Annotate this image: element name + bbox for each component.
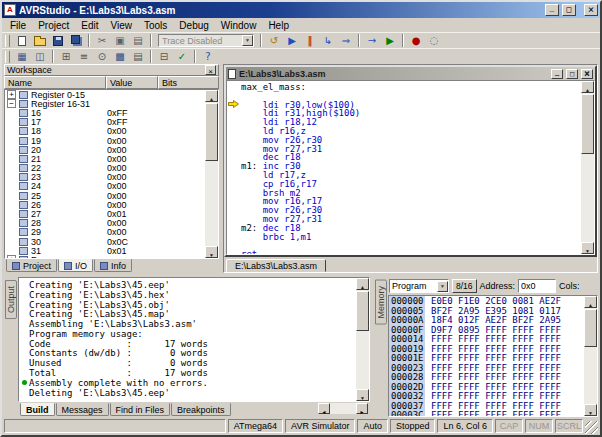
scroll-down-icon[interactable] — [356, 389, 369, 401]
menu-item-view[interactable]: View — [104, 19, 138, 32]
menu-item-window[interactable]: Window — [215, 19, 263, 32]
memory-row[interactable]: 000014FFFF FFFF FFFF FFFF FFFF — [389, 334, 584, 344]
scrollbar-thumb[interactable] — [581, 94, 594, 154]
memory-row[interactable]: 000032FFFF FFFF FFFF FFFF FFFF — [389, 391, 584, 401]
memory-row[interactable]: 00003CFFFF FFFF FFFF FFFF FFFF — [389, 410, 584, 416]
memory-row[interactable]: 000037FFFF FFFF FFFF FFFF FFFF — [389, 401, 584, 411]
memory-row[interactable]: 000023FFFF FFFF FFFF FFFF FFFF — [389, 363, 584, 373]
output-tab-messages[interactable]: Messages — [56, 403, 109, 416]
scroll-left-icon[interactable] — [318, 403, 330, 414]
memory-row[interactable]: 000000E0E0 F1E0 2CE0 0081 AE2F — [389, 296, 584, 306]
workspace-tab-project[interactable]: Project — [6, 259, 57, 272]
trace-mode-select[interactable]: Trace Disabled — [158, 34, 254, 47]
column-header-bits[interactable]: Bits — [158, 76, 219, 89]
menu-item-edit[interactable]: Edit — [75, 19, 104, 32]
output-tab-breakpoints[interactable]: Breakpoints — [171, 403, 231, 416]
memory-row[interactable]: 000019FFFF FFFF FFFF FFFF FFFF — [389, 344, 584, 354]
title-bar[interactable]: AVRStudio - E:\Labs3\Labs3.asm — [2, 2, 600, 18]
toolbar-button[interactable]: ↳ — [319, 34, 337, 48]
menu-item-file[interactable]: File — [4, 19, 32, 32]
toolbar-button[interactable]: ▣ — [111, 34, 129, 48]
resize-grip[interactable] — [585, 421, 598, 434]
workspace-tab-io[interactable]: I/O — [58, 259, 93, 272]
toolbar-button[interactable]: ≡ — [75, 50, 93, 64]
code-editor[interactable]: max_el_mass: ldi r30,low($100) ldi r31,h… — [227, 81, 581, 254]
toolbar-button[interactable]: ⊞ — [57, 50, 75, 64]
workspace-scrollbar[interactable] — [205, 90, 218, 258]
toolbar-button[interactable] — [67, 34, 85, 48]
toolbar-button[interactable]: → — [363, 34, 381, 48]
scroll-up-icon[interactable] — [584, 296, 597, 308]
toolbar-button[interactable]: ● — [407, 34, 425, 48]
toolbar-button[interactable] — [49, 34, 67, 48]
toolbar-button[interactable]: ? — [199, 50, 217, 64]
output-side-tab[interactable]: Output — [5, 280, 17, 319]
tree-group-row[interactable]: +Processor — [5, 255, 205, 258]
close-icon[interactable] — [584, 4, 598, 16]
workspace-tab-info[interactable]: Info — [94, 259, 132, 272]
toolbar-button[interactable] — [31, 34, 49, 48]
toolbar-button[interactable]: ⊟ — [155, 50, 173, 64]
toolbar-button[interactable]: ▤ — [129, 50, 147, 64]
scrollbar-thumb[interactable] — [356, 291, 369, 331]
editor-title-bar[interactable]: E:\Labs3\Labs3.asm — [226, 67, 595, 80]
collapse-icon[interactable]: − — [7, 99, 16, 108]
toolbar-button[interactable]: ▩ — [111, 50, 129, 64]
menu-item-help[interactable]: Help — [262, 19, 295, 32]
scrollbar-track[interactable] — [330, 403, 356, 414]
toolbar-button[interactable]: ↺ — [265, 34, 283, 48]
scroll-down-icon[interactable] — [581, 242, 594, 254]
toolbar-button[interactable]: ✂ — [93, 34, 111, 48]
memory-row[interactable]: 000005BF2F 2A95 E395 1081 0117 — [389, 306, 584, 316]
menu-item-debug[interactable]: Debug — [173, 19, 214, 32]
toolbar-button[interactable]: ▶ — [381, 34, 399, 48]
document-tab[interactable]: E:\Labs3\Labs3.asm — [226, 259, 326, 272]
memory-row[interactable]: 00001EFFFF FFFF FFFF FFFF FFFF — [389, 353, 584, 363]
menu-item-tools[interactable]: Tools — [138, 19, 173, 32]
scroll-up-icon[interactable] — [356, 278, 369, 290]
workspace-title-bar[interactable]: Workspace — [4, 64, 219, 76]
expand-icon[interactable]: + — [7, 255, 16, 258]
toolbar-button[interactable]: ▦ — [13, 50, 31, 64]
memory-row[interactable]: 00002DFFFF FFFF FFFF FFFF FFFF — [389, 382, 584, 392]
editor-close-icon[interactable] — [581, 69, 593, 79]
scroll-down-icon[interactable] — [205, 246, 218, 258]
toolbar-button[interactable]: ◫ — [31, 50, 49, 64]
output-tab-findinfiles[interactable]: Find in Files — [110, 403, 171, 416]
maximize-icon[interactable] — [562, 4, 576, 16]
column-header-value[interactable]: Value — [106, 76, 158, 89]
toolbar-button[interactable]: ▶ — [283, 34, 301, 48]
toolbar-button[interactable]: ✓ — [173, 50, 191, 64]
memory-row[interactable]: 000028FFFF FFFF FFFF FFFF FFFF — [389, 372, 584, 382]
address-input[interactable] — [518, 279, 556, 293]
scroll-down-icon[interactable] — [584, 404, 597, 416]
toolbar-button[interactable]: ▤ — [129, 34, 147, 48]
memory-side-tab[interactable]: Memory — [375, 280, 387, 325]
build-scrollbar[interactable] — [356, 278, 369, 401]
output-horizontal-scrollbar[interactable] — [318, 403, 368, 414]
memory-view-select[interactable]: Program — [389, 279, 449, 293]
column-header-name[interactable]: Name — [4, 76, 106, 89]
editor-minimize-icon[interactable] — [551, 69, 563, 79]
editor-scrollbar[interactable] — [581, 81, 594, 254]
workspace-close-icon[interactable] — [205, 65, 216, 75]
menu-item-project[interactable]: Project — [32, 19, 75, 32]
scrollbar-thumb[interactable] — [584, 309, 597, 347]
toolbar-button[interactable]: ⇒ — [337, 34, 355, 48]
minimize-icon[interactable] — [545, 4, 559, 16]
toolbar-button[interactable] — [13, 34, 31, 48]
memory-row[interactable]: 00000A18F4 012F AE2F BF2F 2A95 — [389, 315, 584, 325]
memory-8-16-toggle[interactable]: 8/16 — [452, 279, 477, 293]
editor-maximize-icon[interactable] — [566, 69, 578, 79]
expand-icon[interactable]: + — [7, 90, 16, 99]
build-output[interactable]: Creating 'E:\Labs3\45.eep'Creating 'E:\L… — [19, 278, 356, 401]
memory-row[interactable]: 00000FD9F7 0895 FFFF FFFF FFFF — [389, 325, 584, 335]
scroll-up-icon[interactable] — [205, 90, 218, 102]
output-tab-build[interactable]: Build — [20, 403, 55, 416]
scroll-right-icon[interactable] — [356, 403, 368, 414]
scrollbar-thumb[interactable] — [205, 103, 218, 161]
chevron-down-icon[interactable] — [242, 35, 253, 46]
toolbar-button[interactable]: ‖ — [301, 34, 319, 48]
memory-scrollbar[interactable] — [584, 296, 597, 416]
toolbar-button[interactable]: ◌ — [425, 34, 443, 48]
